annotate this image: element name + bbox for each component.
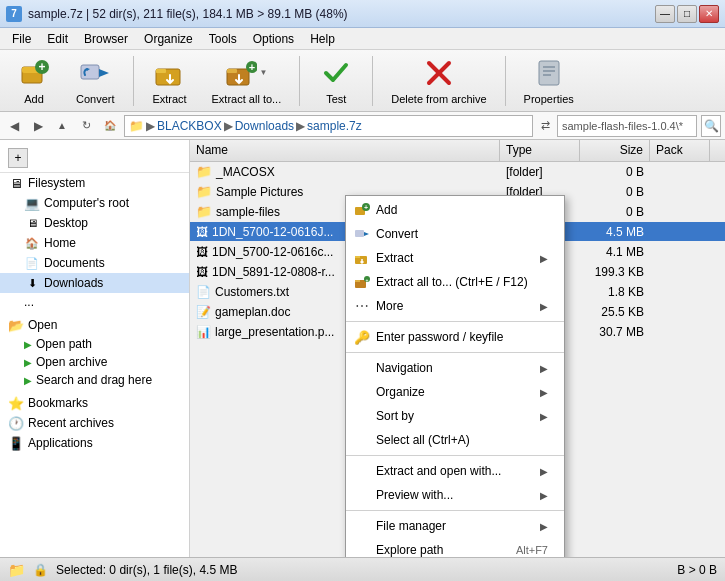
- ctx-extract-all-label: Extract all to... (Ctrl+E / F12): [376, 275, 528, 289]
- col-header-size[interactable]: Size: [580, 140, 650, 161]
- table-row[interactable]: 📁 _MACOSX [folder] 0 B: [190, 162, 725, 182]
- sidebar-item-documents[interactable]: 📄 Documents: [0, 253, 189, 273]
- menu-organize[interactable]: Organize: [136, 30, 201, 48]
- maximize-button[interactable]: □: [677, 5, 697, 23]
- sidebar-item-recent[interactable]: 🕐 Recent archives: [0, 413, 189, 433]
- home-label: Home: [44, 236, 76, 250]
- menu-browser[interactable]: Browser: [76, 30, 136, 48]
- computer-icon: 💻: [24, 195, 40, 211]
- new-folder-area: +: [0, 144, 189, 173]
- up-button[interactable]: ▲: [52, 116, 72, 136]
- sidebar-item-bookmarks[interactable]: ⭐ Bookmarks: [0, 393, 189, 413]
- refresh-button[interactable]: ↻: [76, 116, 96, 136]
- open-archive-label: Open archive: [36, 355, 107, 369]
- forward-button[interactable]: ▶: [28, 116, 48, 136]
- ctx-extract-open-label: Extract and open with...: [376, 464, 501, 478]
- breadcrumb[interactable]: 📁 ▶ BLACKBOX ▶ Downloads ▶ sample.7z: [124, 115, 533, 137]
- column-headers: Name Type Size Pack: [190, 140, 725, 162]
- ctx-explore-path[interactable]: Explore path Alt+F7: [346, 538, 564, 557]
- downloads-icon: ⬇: [24, 275, 40, 291]
- back-button[interactable]: ◀: [4, 116, 24, 136]
- file-size-8: 30.7 MB: [580, 323, 650, 341]
- breadcrumb-downloads[interactable]: Downloads: [235, 119, 294, 133]
- col-header-type[interactable]: Type: [500, 140, 580, 161]
- delete-icon: [423, 57, 455, 89]
- open-icon: 📂: [8, 317, 24, 333]
- extract-all-dropdown-icon: ▼: [259, 68, 267, 77]
- search-button[interactable]: 🔍: [701, 115, 721, 137]
- minimize-button[interactable]: —: [655, 5, 675, 23]
- sidebar-item-downloads[interactable]: ⬇ Downloads: [0, 273, 189, 293]
- sidebar-item-more[interactable]: ...: [0, 293, 189, 311]
- file-pack-1: [650, 190, 710, 194]
- ctx-navigation[interactable]: Navigation ▶: [346, 356, 564, 380]
- ctx-preview[interactable]: Preview with... ▶: [346, 483, 564, 507]
- toolbar-convert-button[interactable]: Convert: [66, 55, 125, 107]
- toolbar-test-button[interactable]: Test: [308, 55, 364, 107]
- home-button[interactable]: 🏠: [100, 116, 120, 136]
- menu-help[interactable]: Help: [302, 30, 343, 48]
- breadcrumb-blackbox[interactable]: BLACKBOX: [157, 119, 222, 133]
- ctx-password[interactable]: 🔑 Enter password / keyfile: [346, 325, 564, 349]
- close-button[interactable]: ✕: [699, 5, 719, 23]
- recent-icon: 🕐: [8, 415, 24, 431]
- open-path-label: Open path: [36, 337, 92, 351]
- ctx-explore-label: Explore path: [376, 543, 443, 557]
- sidebar-item-filesystem[interactable]: 🖥 Filesystem: [0, 173, 189, 193]
- toolbar-properties-button[interactable]: Properties: [514, 55, 584, 107]
- ctx-navigation-spacer: [354, 360, 370, 376]
- sidebar-item-open-path[interactable]: ▶ Open path: [0, 335, 189, 353]
- open-label: Open: [28, 318, 57, 332]
- main-area: + 🖥 Filesystem 💻 Computer's root 🖥 Deskt…: [0, 140, 725, 557]
- menu-file[interactable]: File: [4, 30, 39, 48]
- ctx-extract-open[interactable]: Extract and open with... ▶: [346, 459, 564, 483]
- ctx-file-manager-label: File manager: [376, 519, 446, 533]
- add-icon: +: [18, 57, 50, 89]
- statusbar: 📁 🔒 Selected: 0 dir(s), 1 file(s), 4.5 M…: [0, 557, 725, 581]
- col-header-name[interactable]: Name: [190, 140, 500, 161]
- ctx-convert[interactable]: Convert: [346, 222, 564, 246]
- desktop-icon: 🖥: [24, 215, 40, 231]
- ctx-organize[interactable]: Organize ▶: [346, 380, 564, 404]
- sidebar-item-desktop[interactable]: 🖥 Desktop: [0, 213, 189, 233]
- ctx-sort-by[interactable]: Sort by ▶: [346, 404, 564, 428]
- image-icon-3: 🖼: [196, 225, 208, 239]
- path-display-box: sample-flash-files-1.0.4\*: [557, 115, 697, 137]
- file-size-0: 0 B: [580, 163, 650, 181]
- ctx-sep-4: [346, 510, 564, 511]
- sidebar-item-open-archive[interactable]: ▶ Open archive: [0, 353, 189, 371]
- sidebar-item-computer[interactable]: 💻 Computer's root: [0, 193, 189, 213]
- convert-label: Convert: [76, 93, 115, 105]
- sidebar-item-search-drag[interactable]: ▶ Search and drag here: [0, 371, 189, 389]
- ctx-add[interactable]: + Add: [346, 198, 564, 222]
- file-size-4: 4.1 MB: [580, 243, 650, 261]
- doc-icon-7: 📝: [196, 305, 211, 319]
- recent-label: Recent archives: [28, 416, 114, 430]
- file-pack-8: [650, 330, 710, 334]
- sidebar-item-applications[interactable]: 📱 Applications: [0, 433, 189, 453]
- image-icon-4: 🖼: [196, 245, 208, 259]
- ctx-extract[interactable]: Extract ▶: [346, 246, 564, 270]
- breadcrumb-sample7z[interactable]: sample.7z: [307, 119, 362, 133]
- svg-text:+: +: [38, 60, 45, 74]
- sidebar-item-open[interactable]: 📂 Open: [0, 315, 189, 335]
- col-header-pack[interactable]: Pack: [650, 140, 710, 161]
- toolbar-extract-all-button[interactable]: + ▼ Extract all to...: [202, 55, 292, 107]
- sidebar-item-home[interactable]: 🏠 Home: [0, 233, 189, 253]
- menu-edit[interactable]: Edit: [39, 30, 76, 48]
- file-size-2: 0 B: [580, 203, 650, 221]
- toolbar-delete-button[interactable]: Delete from archive: [381, 55, 496, 107]
- ctx-extract-all-icon: +: [354, 274, 370, 290]
- ctx-more[interactable]: ⋯ More ▶: [346, 294, 564, 318]
- new-folder-button[interactable]: +: [8, 148, 28, 168]
- toolbar-add-button[interactable]: + Add: [6, 55, 62, 107]
- toolbar-extract-button[interactable]: Extract: [142, 55, 198, 107]
- ctx-select-all[interactable]: Select all (Ctrl+A): [346, 428, 564, 452]
- menu-tools[interactable]: Tools: [201, 30, 245, 48]
- ctx-select-spacer: [354, 432, 370, 448]
- ctx-extract-all[interactable]: + Extract all to... (Ctrl+E / F12): [346, 270, 564, 294]
- ctx-file-manager[interactable]: File manager ▶: [346, 514, 564, 538]
- downloads-label: Downloads: [44, 276, 103, 290]
- window-title: sample.7z | 52 dir(s), 211 file(s), 184.…: [28, 7, 348, 21]
- menu-options[interactable]: Options: [245, 30, 302, 48]
